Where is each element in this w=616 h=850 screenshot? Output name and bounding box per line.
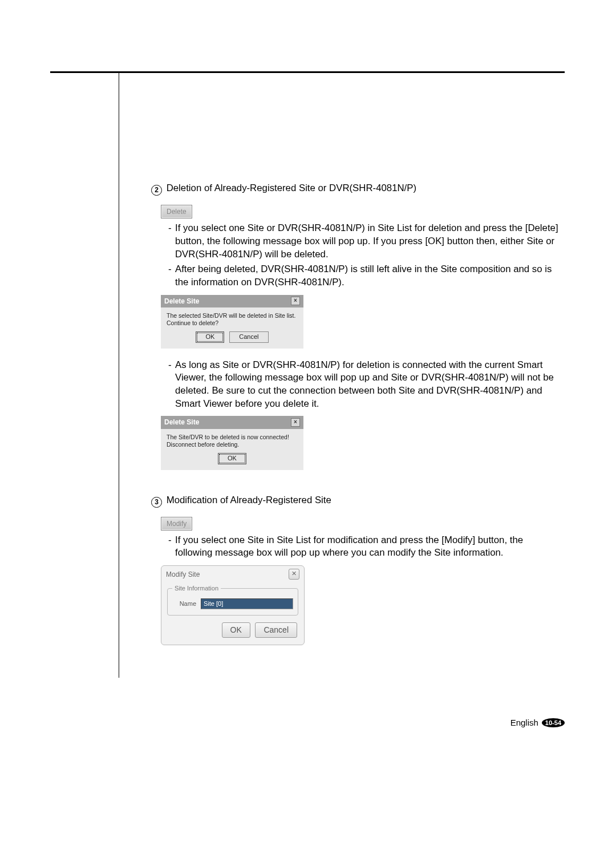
bullet-dash: - xyxy=(168,534,175,560)
spacer xyxy=(151,480,562,494)
fieldset-legend: Site Information xyxy=(172,584,221,593)
section-2-bullets-a: - If you select one Site or DVR(SHR-4081… xyxy=(151,222,562,289)
circled-number-3: 3 xyxy=(151,497,162,508)
cancel-button[interactable]: Cancel xyxy=(229,331,268,343)
dialog-button-row: OK Cancel xyxy=(167,327,298,343)
dialog-titlebar: Delete Site × xyxy=(161,416,303,428)
ok-button[interactable]: OK xyxy=(196,331,224,343)
list-item: - As long as Site or DVR(SHR-4081N/P) fo… xyxy=(168,359,562,411)
cancel-button[interactable]: Cancel xyxy=(255,622,297,638)
bullet-text: After being deleted, DVR(SHR-4081N/P) is… xyxy=(175,263,562,289)
section-2-heading: 2 Deletion of Already-Registered Site or… xyxy=(151,182,562,196)
bullet-text: If you select one Site or DVR(SHR-4081N/… xyxy=(175,222,562,261)
dialog-button-row: OK Cancel xyxy=(161,620,304,645)
ok-button[interactable]: OK xyxy=(222,622,250,638)
list-item: - If you select one Site in Site List fo… xyxy=(168,534,562,560)
dialog-body: The Site/DVR to be deleted is now connec… xyxy=(161,429,303,470)
section-3-bullets: - If you select one Site in Site List fo… xyxy=(151,534,562,560)
page-number-badge: 10-54 xyxy=(542,718,565,727)
page-footer: English 10-54 xyxy=(510,718,565,727)
name-field-row: Name Site [0] xyxy=(172,598,293,609)
dialog-title-text: Modify Site xyxy=(166,570,200,579)
name-input[interactable]: Site [0] xyxy=(201,598,293,609)
circled-number-2: 2 xyxy=(151,185,162,196)
dialog-title-text: Delete Site xyxy=(164,418,199,427)
name-label: Name xyxy=(172,600,196,608)
bullet-dash: - xyxy=(168,263,175,289)
bullet-text: If you select one Site in Site List for … xyxy=(175,534,562,560)
list-item: - After being deleted, DVR(SHR-4081N/P) … xyxy=(168,263,562,289)
delete-site-dialog-connected: Delete Site × The Site/DVR to be deleted… xyxy=(161,416,303,469)
modify-button[interactable]: Modify xyxy=(161,517,192,531)
close-icon[interactable]: ✕ xyxy=(289,569,299,580)
bullet-text: As long as Site or DVR(SHR-4081N/P) for … xyxy=(175,359,562,411)
section-3-heading: 3 Modification of Already-Registered Sit… xyxy=(151,494,562,508)
modify-site-dialog: Modify Site ✕ Site Information Name Site… xyxy=(161,565,305,645)
close-icon[interactable]: × xyxy=(291,418,300,427)
dialog-title-text: Delete Site xyxy=(164,297,199,306)
delete-site-dialog-confirm: Delete Site × The selected Site/DVR will… xyxy=(161,295,303,349)
bullet-dash: - xyxy=(168,222,175,261)
list-item: - If you select one Site or DVR(SHR-4081… xyxy=(168,222,562,261)
dialog-message: The Site/DVR to be deleted is now connec… xyxy=(167,434,298,448)
left-column-divider xyxy=(50,73,119,678)
site-information-fieldset: Site Information Name Site [0] xyxy=(167,584,298,616)
bullet-dash: - xyxy=(168,359,175,411)
section-3-title: Modification of Already-Registered Site xyxy=(167,495,331,505)
delete-button[interactable]: Delete xyxy=(161,205,192,218)
main-content: 2 Deletion of Already-Registered Site or… xyxy=(151,182,562,655)
close-icon[interactable]: × xyxy=(291,297,300,305)
dialog-button-row: OK xyxy=(167,448,298,464)
section-2-bullets-b: - As long as Site or DVR(SHR-4081N/P) fo… xyxy=(151,359,562,411)
dialog-body: The selected Site/DVR will be deleted in… xyxy=(161,307,303,349)
footer-language: English xyxy=(510,718,538,727)
section-2-title: Deletion of Already-Registered Site or D… xyxy=(167,183,416,193)
ok-button[interactable]: OK xyxy=(218,453,246,464)
dialog-titlebar: Modify Site ✕ xyxy=(161,566,304,581)
dialog-message: The selected Site/DVR will be deleted in… xyxy=(167,312,298,327)
dialog-titlebar: Delete Site × xyxy=(161,295,303,307)
page-rule-top xyxy=(50,71,565,73)
